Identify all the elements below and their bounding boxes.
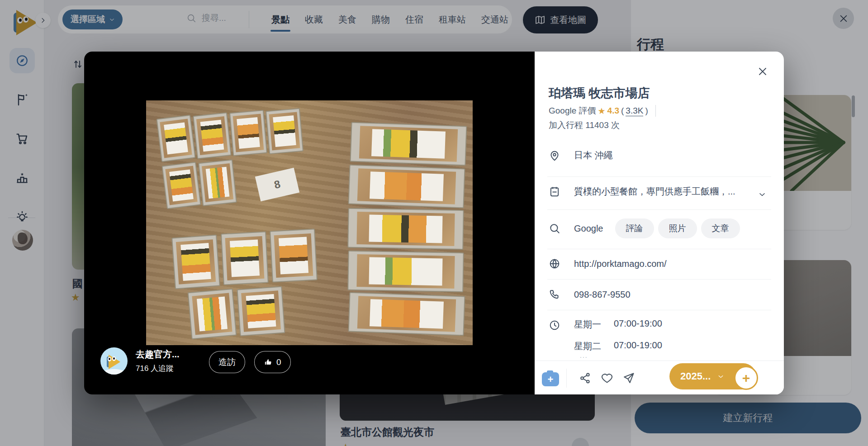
app-root: 選擇區域 景點 收藏 美食 購物 住宿 租車站 交通站 查看地圖 國 xyxy=(0,0,868,446)
food-box xyxy=(348,292,465,336)
place-detail-panel: 珀塔瑪 牧志市場店 Google 評價 ★4.3 ( 3.3K ) 加入行程 1… xyxy=(535,52,784,394)
google-photos-button[interactable]: 照片 xyxy=(658,218,697,238)
divider xyxy=(547,209,771,210)
heart-icon xyxy=(601,372,613,384)
rating-divider xyxy=(655,105,656,117)
divider xyxy=(547,249,771,249)
rating-value: 4.3 xyxy=(607,106,619,116)
chevron-down-icon[interactable] xyxy=(758,190,767,199)
add-photo-button[interactable]: + xyxy=(542,372,559,386)
description-row[interactable]: 質樸的小型餐館，專門供應手工飯糰，... xyxy=(549,185,771,198)
rating-prefix: Google 評價 xyxy=(549,105,596,117)
location-row: 日本 沖繩 xyxy=(549,149,771,161)
opening-hours: 星期一 07:00-19:00 星期二 07:00-19:00 xyxy=(574,318,662,352)
food-box xyxy=(347,251,464,292)
trip-selector-label: 2025... xyxy=(680,370,711,382)
visit-label: 造訪 xyxy=(218,356,236,368)
divider xyxy=(547,310,771,310)
added-to-trips-count: 加入行程 11403 次 xyxy=(549,119,620,131)
food-box xyxy=(350,122,467,166)
food-box xyxy=(229,110,267,156)
like-button[interactable]: 0 xyxy=(254,351,291,373)
like-count: 0 xyxy=(276,357,281,367)
publisher-followers: 716 人追蹤 xyxy=(136,363,180,374)
food-box xyxy=(347,208,464,250)
search-icon xyxy=(549,223,560,234)
phone-icon xyxy=(549,289,560,300)
food-box xyxy=(188,289,237,339)
visit-button[interactable]: 造訪 xyxy=(209,351,245,373)
modal-close-button[interactable] xyxy=(757,66,768,77)
share-icon xyxy=(579,372,592,384)
publisher-actions: 造訪 0 xyxy=(209,351,291,373)
website-row[interactable]: http://porktamago.com/ xyxy=(549,258,771,270)
send-icon xyxy=(622,372,635,384)
rating-star-icon: ★ xyxy=(598,106,606,116)
hours-line: 星期二 07:00-19:00 xyxy=(574,340,662,352)
favorite-button[interactable] xyxy=(601,372,613,384)
phone-number: 098-867-9550 xyxy=(574,289,631,300)
google-label: Google xyxy=(574,223,603,234)
food-box xyxy=(266,108,304,154)
publisher-info[interactable]: 去趣官方... 716 人追蹤 xyxy=(100,347,180,375)
plus-icon: + xyxy=(548,374,554,385)
food-box xyxy=(171,235,220,289)
paren-open: ( xyxy=(621,106,624,116)
website-link[interactable]: http://porktamago.com/ xyxy=(574,259,667,269)
map-pin-icon xyxy=(549,150,560,161)
brand-mark: 8 xyxy=(273,178,281,191)
modal-footer: + 2025... + xyxy=(535,361,784,394)
thumbs-up-icon xyxy=(264,358,273,367)
google-articles-button[interactable]: 文章 xyxy=(701,218,740,238)
hours-time: 07:00-19:00 xyxy=(614,318,662,331)
brand-card: 8 xyxy=(255,168,299,201)
publisher-avatar[interactable] xyxy=(100,347,128,375)
divider xyxy=(547,279,771,280)
location-text: 日本 沖繩 xyxy=(574,149,613,161)
clock-icon xyxy=(549,319,560,331)
note-icon xyxy=(549,186,560,198)
place-detail-modal: 8 去趣官方. xyxy=(84,52,784,394)
publisher-texts: 去趣官方... 716 人追蹤 xyxy=(136,348,180,374)
paren-close: ) xyxy=(645,106,648,116)
food-box xyxy=(348,165,465,209)
publisher-name: 去趣官方... xyxy=(136,348,180,361)
place-rating-line: Google 評價 ★4.3 ( 3.3K ) xyxy=(549,105,656,117)
food-box xyxy=(193,112,232,159)
hours-time: 07:00-19:00 xyxy=(614,340,662,352)
send-button[interactable] xyxy=(622,372,635,384)
food-box xyxy=(161,162,201,209)
photo-viewer: 8 去趣官方. xyxy=(84,52,535,394)
hours-day: 星期二 xyxy=(574,340,614,352)
hours-line: 星期一 07:00-19:00 xyxy=(574,318,662,331)
phone-row[interactable]: 098-867-9550 xyxy=(549,289,771,300)
food-box xyxy=(270,228,318,282)
add-to-trip-button[interactable]: + xyxy=(734,366,758,390)
description-text: 質樸的小型餐館，專門供應手工飯糰，... xyxy=(574,185,735,198)
hours-day: 星期一 xyxy=(574,318,614,331)
place-title: 珀塔瑪 牧志市場店 xyxy=(549,85,650,101)
rating-count-link[interactable]: 3.3K xyxy=(626,106,643,116)
share-button[interactable] xyxy=(579,372,592,384)
hours-more-hint: ... xyxy=(580,352,588,359)
food-box xyxy=(237,286,285,337)
food-photo[interactable]: 8 xyxy=(146,100,473,345)
chevron-down-icon xyxy=(717,373,725,380)
close-icon xyxy=(757,66,768,77)
globe-icon xyxy=(549,258,560,270)
google-links-row: Google 評論 照片 文章 xyxy=(549,218,771,238)
footer-divider xyxy=(566,369,567,388)
google-reviews-button[interactable]: 評論 xyxy=(615,218,654,238)
hours-row: 星期一 07:00-19:00 星期二 07:00-19:00 xyxy=(549,318,771,352)
food-box xyxy=(221,231,269,285)
plus-icon: + xyxy=(742,370,750,386)
food-box xyxy=(156,115,195,162)
food-box xyxy=(198,159,237,206)
divider xyxy=(547,176,771,177)
